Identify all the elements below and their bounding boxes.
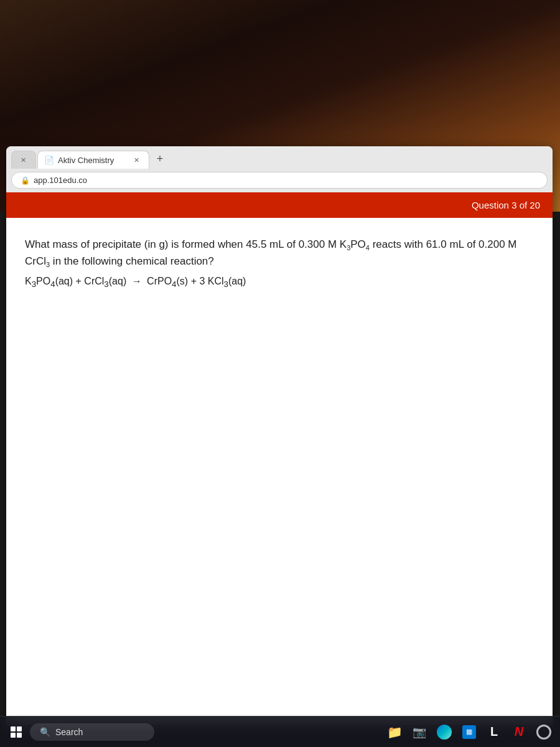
windows-logo: [11, 726, 22, 738]
l-symbol: L: [490, 725, 498, 739]
question-text: What mass of precipitate (in g) is forme…: [25, 237, 534, 271]
edge-icon[interactable]: [433, 721, 455, 743]
question-counter: Question 3 of 20: [472, 200, 540, 210]
browser-window: ✕ 📄 Aktiv Chemistry ✕ + 🔒 app.101edu.co …: [6, 146, 553, 725]
calendar-symbol: ▦: [462, 725, 476, 739]
question-line1: What mass of precipitate (in g) is forme…: [25, 238, 517, 267]
taskbar: 🔍 Search 📁 📷 ▦ L N: [0, 716, 560, 747]
browser-chrome: ✕ 📄 Aktiv Chemistry ✕ +: [6, 146, 553, 169]
question-header: Question 3 of 20: [6, 192, 553, 218]
tab-label: Aktiv Chemistry: [58, 156, 128, 165]
n-symbol: N: [515, 725, 523, 739]
tab-page-icon: 📄: [44, 156, 54, 165]
tab-close-active[interactable]: ✕: [131, 155, 141, 165]
lock-icon: 🔒: [21, 176, 30, 185]
start-button[interactable]: [5, 721, 27, 743]
calendar-icon[interactable]: ▦: [458, 721, 480, 743]
circle-symbol: [536, 725, 551, 740]
camera-symbol: 📷: [413, 725, 426, 739]
netflix-icon[interactable]: N: [508, 721, 530, 743]
search-text: Search: [55, 727, 83, 737]
tab-inactive[interactable]: ✕: [11, 151, 36, 169]
tab-aktiv-chemistry[interactable]: 📄 Aktiv Chemistry ✕: [37, 151, 149, 169]
reaction-equation: K3PO4(aq) + CrCl3(aq) → CrPO4(s) + 3 KCl…: [25, 276, 534, 289]
search-icon: 🔍: [40, 727, 50, 737]
tab-bar: ✕ 📄 Aktiv Chemistry ✕ +: [11, 150, 548, 169]
taskbar-search[interactable]: 🔍 Search: [30, 723, 154, 741]
question-area: What mass of precipitate (in g) is forme…: [6, 218, 553, 301]
camera-icon[interactable]: 📷: [408, 721, 431, 743]
edge-symbol: [437, 725, 452, 740]
folder-icon: 📁: [387, 725, 403, 740]
page-content: Question 3 of 20 What mass of precipitat…: [6, 192, 553, 725]
file-explorer-icon[interactable]: 📁: [383, 721, 406, 743]
address-text: app.101edu.co: [34, 176, 87, 185]
circle-button[interactable]: [533, 721, 555, 743]
letter-l-icon[interactable]: L: [483, 721, 505, 743]
tab-close-inactive[interactable]: ✕: [18, 155, 28, 165]
new-tab-button[interactable]: +: [151, 150, 169, 167]
address-bar: 🔒 app.101edu.co: [6, 169, 553, 192]
address-input[interactable]: 🔒 app.101edu.co: [11, 172, 548, 189]
